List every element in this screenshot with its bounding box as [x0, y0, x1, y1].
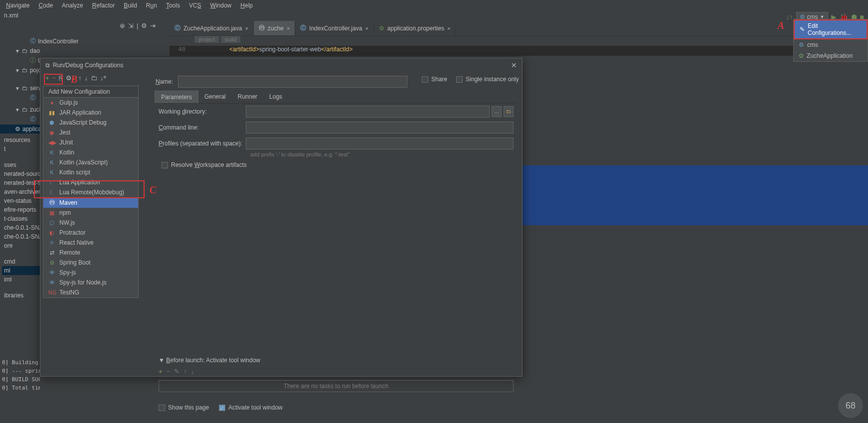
config-tabs: Parameters General Runner Logs	[155, 91, 517, 104]
checkbox-icon	[456, 76, 463, 83]
config-type-testng[interactable]: NGTestNG	[43, 287, 138, 297]
config-type-luaremote[interactable]: ☾Lua Remote(Mobdebug)	[43, 187, 138, 197]
resolve-workspace-checkbox[interactable]: Resolve Workspace artifacts	[162, 161, 514, 168]
editor-area[interactable]: 40 <artifactId>spring-boot-starter-web</…	[170, 46, 868, 56]
sync-icon[interactable]: ↓↑	[786, 13, 793, 21]
share-checkbox[interactable]: Share	[422, 76, 447, 83]
project-tool-buttons: ⊕ ⇲ | ⚙ ⇥	[120, 22, 156, 29]
before-launch-title[interactable]: ▼ Before launch: Activate tool window	[159, 357, 514, 364]
profiles-hint: add prefix '-' to disable profile, e.g. …	[250, 151, 514, 157]
interface-icon: Ⓘ	[30, 56, 36, 65]
folder-icon[interactable]: 🗀	[504, 106, 514, 117]
browse-button[interactable]: …	[492, 106, 502, 117]
profiles-input[interactable]	[246, 138, 514, 149]
sort-button[interactable]: ↓ª	[100, 74, 106, 82]
menu-refactor[interactable]: Refactor	[88, 1, 119, 9]
config-item-cms[interactable]: ⚙ cms	[794, 39, 868, 50]
config-type-kotlinscript[interactable]: KKotlin script	[43, 167, 138, 177]
crumb-project[interactable]: project	[194, 36, 219, 43]
expander-icon[interactable]: ▼	[15, 48, 20, 54]
config-type-springboot[interactable]: ✿Spring Boot	[43, 258, 138, 268]
config-type-reactnative[interactable]: ⚛React Native	[43, 238, 138, 248]
expander-icon[interactable]: ▼	[15, 107, 20, 113]
command-line-row: Command line:	[159, 122, 514, 134]
tab-zuche-java[interactable]: Ⓒ ZucheApplication.java ×	[170, 21, 254, 35]
spyjs-icon: 👁	[48, 270, 55, 276]
class-icon: Ⓒ	[30, 94, 36, 102]
menu-navigate[interactable]: NNavigateavigate	[2, 1, 33, 9]
menu-code[interactable]: Code	[34, 1, 57, 9]
menu-vcs[interactable]: VCS	[185, 1, 205, 9]
config-type-spyjsnode[interactable]: 👁Spy-js for Node.js	[43, 278, 138, 287]
event-count-badge[interactable]: 68	[838, 393, 863, 418]
config-type-maven[interactable]: ⓜMaven	[43, 197, 138, 208]
config-type-spyjs[interactable]: 👁Spy-js	[43, 268, 138, 278]
lua-icon: ☾	[48, 189, 55, 196]
show-page-checkbox[interactable]: Show this page	[159, 404, 209, 411]
expander-icon[interactable]: ▼	[15, 86, 20, 91]
working-dir-input[interactable]	[246, 106, 490, 118]
edit-configurations-item[interactable]: ✎ Edit Configurations...	[794, 19, 868, 39]
hide-icon[interactable]: ⇥	[150, 22, 156, 29]
name-input[interactable]	[178, 76, 407, 88]
config-type-jar[interactable]: ▮▮JAR Application	[43, 108, 138, 118]
config-type-junit[interactable]: ◀▶JUnit	[43, 138, 138, 147]
config-type-npm[interactable]: ▦npm	[43, 208, 138, 218]
config-item-zuche[interactable]: ✿ ZucheApplication	[794, 50, 868, 61]
config-type-gulp[interactable]: ♦Gulp.js	[43, 98, 138, 108]
close-icon[interactable]: ×	[245, 25, 248, 31]
edit-configurations-label: Edit Configurations...	[808, 22, 862, 36]
copy-button[interactable]: ⎘	[59, 74, 63, 82]
command-line-input[interactable]	[246, 122, 514, 134]
remove-button[interactable]: −	[52, 74, 56, 82]
checkbox-icon	[159, 405, 165, 411]
gear-icon[interactable]: ⚙	[141, 22, 147, 29]
tab-logs[interactable]: Logs	[263, 91, 288, 103]
move-up-button[interactable]: ↑	[78, 74, 82, 82]
move-up-button[interactable]: ↑	[183, 368, 187, 375]
menu-build[interactable]: Build	[120, 1, 141, 9]
expander-icon[interactable]: ▼	[15, 68, 20, 73]
move-down-button[interactable]: ↓	[191, 368, 194, 375]
activate-tool-checkbox[interactable]: ✓Activate tool window	[219, 404, 283, 411]
add-task-button[interactable]: +	[159, 368, 163, 375]
tab-parameters[interactable]: Parameters	[155, 91, 198, 103]
config-type-jest[interactable]: ◉Jest	[43, 128, 138, 138]
edit-task-button[interactable]: ✎	[174, 368, 179, 375]
tab-runner[interactable]: Runner	[232, 91, 263, 103]
config-type-nwjs[interactable]: ⬡NW.js	[43, 218, 138, 228]
tab-general[interactable]: General	[198, 91, 232, 103]
menu-tools[interactable]: Tools	[162, 1, 184, 9]
crumb-build[interactable]: build	[221, 36, 240, 43]
folder-button[interactable]: 🗀	[91, 74, 97, 82]
collapse-icon[interactable]: ⇲	[128, 22, 134, 29]
single-instance-checkbox[interactable]: Single instance only	[456, 76, 519, 83]
menu-help[interactable]: Help	[236, 1, 257, 9]
add-button[interactable]: +	[45, 74, 49, 82]
close-icon[interactable]: ×	[287, 25, 290, 31]
settings-button[interactable]: ⚙₊	[66, 74, 75, 82]
console-line: 0] Total time:	[0, 384, 40, 392]
close-icon[interactable]: ×	[365, 25, 368, 31]
menu-run[interactable]: Run	[142, 1, 161, 9]
gulp-icon: ♦	[48, 100, 55, 106]
tab-app-properties[interactable]: ⚙ application.properties ×	[374, 21, 456, 35]
menu-analyze[interactable]: Analyze	[58, 1, 87, 9]
move-down-button[interactable]: ↓	[85, 74, 88, 82]
target-icon[interactable]: ⊕	[120, 22, 125, 29]
config-type-jsdebug[interactable]: ⬢JavaScript Debug	[43, 118, 138, 128]
config-type-protractor[interactable]: ◐Protractor	[43, 228, 138, 238]
close-icon[interactable]: ✕	[511, 61, 517, 69]
config-zuche-label: ZucheApplication	[807, 52, 853, 59]
tree-folder-dao[interactable]: ▼🗀dao	[0, 46, 145, 55]
tab-zuche-maven[interactable]: ⓜ zuche ×	[254, 21, 295, 35]
config-type-kotlinjs[interactable]: KKotlin (JavaScript)	[43, 157, 138, 167]
config-type-luaapp[interactable]: ☾Lua Application	[43, 177, 138, 187]
tree-item[interactable]: ⒸIndexController	[0, 36, 145, 46]
close-icon[interactable]: ×	[447, 25, 450, 31]
tab-index-controller[interactable]: Ⓒ IndexController.java ×	[295, 21, 374, 35]
config-type-remote[interactable]: ⇄Remote	[43, 248, 138, 258]
config-type-kotlin[interactable]: KKotlin	[43, 147, 138, 157]
remove-task-button[interactable]: −	[167, 368, 171, 375]
menu-window[interactable]: Window	[206, 1, 236, 9]
